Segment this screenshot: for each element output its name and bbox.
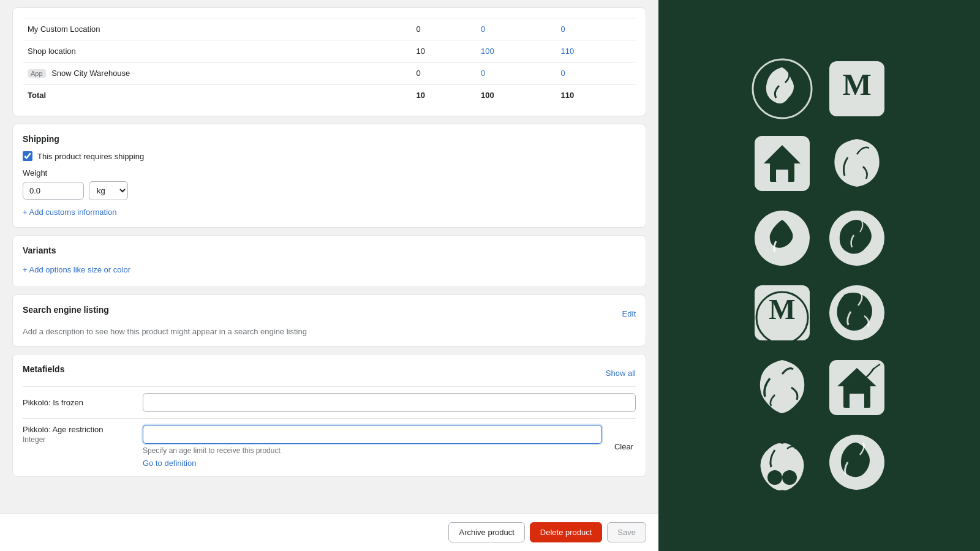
go-to-definition-link[interactable]: Go to definition <box>143 459 602 468</box>
deco-item-5 <box>748 204 816 272</box>
deco-item-3 <box>748 130 816 197</box>
metafields-header: Metafields Show all <box>23 364 636 381</box>
svg-point-17 <box>767 470 782 485</box>
svg-rect-6 <box>776 170 788 182</box>
table-row: Shop location 10 100 110 <box>23 40 636 62</box>
metafield-age-sublabel: Integer <box>23 435 133 444</box>
on-hand-value: 0 <box>412 18 476 40</box>
variants-card: Variants + Add options like size or colo… <box>12 235 646 287</box>
deco-item-10 <box>823 354 891 421</box>
deco-item-1 <box>748 55 816 122</box>
clear-button[interactable]: Clear <box>612 438 636 455</box>
weight-unit-select[interactable]: kg lb oz g <box>89 181 128 200</box>
add-options-link[interactable]: + Add options like size or color <box>23 263 636 277</box>
inventory-card: My Custom Location 0 0 0 Shop location 1… <box>12 7 646 116</box>
metafield-age-input-wrapper: Specify an age limit to receive this pro… <box>143 425 602 468</box>
available-value[interactable]: 0 <box>556 62 636 84</box>
deco-item-12 <box>823 429 891 496</box>
weight-inputs: kg lb oz g <box>23 181 636 200</box>
requires-shipping-label: This product requires shipping <box>37 152 144 161</box>
weight-label: Weight <box>23 168 636 178</box>
deco-item-7: M <box>748 279 816 347</box>
svg-point-18 <box>782 470 797 485</box>
table-row: App Snow City Warehouse 0 0 0 <box>23 62 636 84</box>
on-hand-value: 0 <box>412 62 476 84</box>
metafield-age-label-block: Pikkoló: Age restriction Integer <box>23 425 133 444</box>
total-on-hand: 10 <box>412 84 476 107</box>
metafield-age-hint: Specify an age limit to receive this pro… <box>143 446 602 455</box>
decorative-grid: M <box>736 43 903 508</box>
deco-item-11 <box>748 429 816 496</box>
deco-item-9 <box>748 354 816 421</box>
table-row: My Custom Location 0 0 0 <box>23 18 636 40</box>
inventory-table: My Custom Location 0 0 0 Shop location 1… <box>23 18 636 106</box>
metafield-frozen-input[interactable] <box>143 393 636 412</box>
archive-product-button[interactable]: Archive product <box>448 522 524 542</box>
deco-item-2: M <box>823 55 891 122</box>
deco-item-4 <box>823 130 891 197</box>
deco-item-6 <box>823 204 891 272</box>
shipping-checkbox-wrapper: This product requires shipping <box>23 151 636 161</box>
requires-shipping-checkbox[interactable] <box>23 151 32 161</box>
weight-section: Weight kg lb oz g <box>23 168 636 200</box>
save-button[interactable]: Save <box>607 522 646 542</box>
seo-card: Search engine listing Edit Add a descrip… <box>12 294 646 347</box>
right-panel: M <box>658 0 980 551</box>
location-name: App Snow City Warehouse <box>23 62 412 84</box>
metafield-frozen-label: Pikkoló: Is frozen <box>23 393 133 407</box>
shipping-title: Shipping <box>23 134 636 144</box>
metafields-card: Metafields Show all Pikkoló: Is frozen P… <box>12 354 646 477</box>
app-badge: App <box>28 69 46 78</box>
total-label: Total <box>23 84 412 107</box>
available-value[interactable]: 110 <box>556 40 636 62</box>
metafield-age-row: Pikkoló: Age restriction Integer Specify… <box>23 418 636 474</box>
seo-title: Search engine listing <box>23 305 109 315</box>
seo-description: Add a description to see how this produc… <box>23 327 636 336</box>
show-all-link[interactable]: Show all <box>606 369 636 378</box>
metafield-age-input[interactable] <box>143 425 602 444</box>
metafields-title: Metafields <box>23 364 64 374</box>
committed-value[interactable]: 0 <box>476 18 556 40</box>
deco-item-8 <box>823 279 891 347</box>
available-value[interactable]: 0 <box>556 18 636 40</box>
location-name: Shop location <box>23 40 412 62</box>
committed-value[interactable]: 0 <box>476 62 556 84</box>
seo-header: Search engine listing Edit <box>23 305 636 322</box>
weight-input[interactable] <box>23 182 84 200</box>
total-available: 110 <box>556 84 636 107</box>
seo-edit-button[interactable]: Edit <box>622 309 636 318</box>
svg-rect-16 <box>850 394 864 408</box>
location-name: My Custom Location <box>23 18 412 40</box>
total-row: Total 10 100 110 <box>23 84 636 107</box>
committed-value[interactable]: 100 <box>476 40 556 62</box>
add-customs-link[interactable]: + Add customs information <box>23 208 117 217</box>
delete-product-button[interactable]: Delete product <box>530 522 603 542</box>
total-committed: 100 <box>476 84 556 107</box>
svg-text:M: M <box>769 294 795 325</box>
shipping-card: Shipping This product requires shipping … <box>12 124 646 228</box>
on-hand-value: 10 <box>412 40 476 62</box>
svg-text:M: M <box>842 67 871 102</box>
metafield-age-label: Pikkoló: Age restriction <box>23 425 133 434</box>
metafield-frozen-row: Pikkoló: Is frozen <box>23 386 636 418</box>
variants-title: Variants <box>23 246 636 255</box>
bottom-bar: Archive product Delete product Save <box>0 513 658 551</box>
